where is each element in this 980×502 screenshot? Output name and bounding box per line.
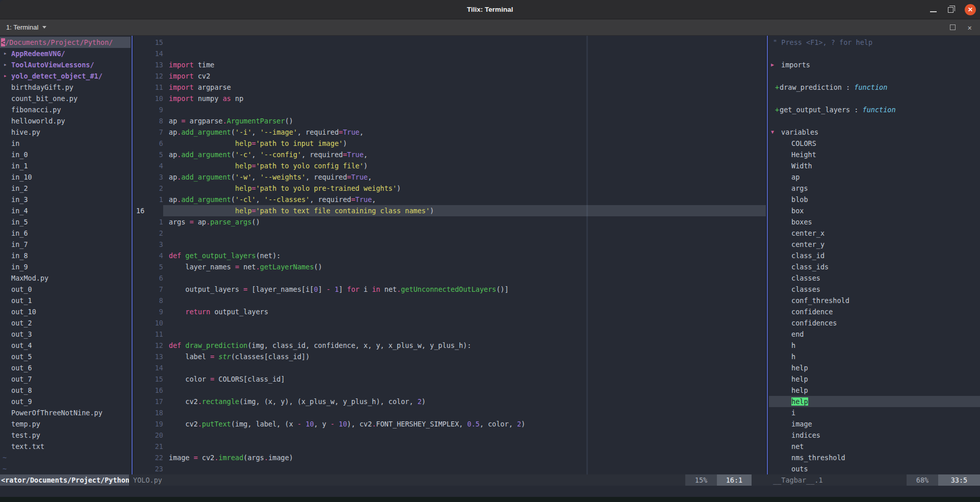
maximize-icon[interactable] (948, 7, 953, 13)
tagbar-variable-class_id[interactable]: class_id (769, 250, 980, 261)
tagbar-section-variables[interactable]: ▼variables (769, 127, 980, 138)
nerdtree-file[interactable]: in_2 (0, 183, 131, 194)
editor-line[interactable]: 2 help='path to yolo pre-trained weights… (134, 183, 766, 194)
tagbar-function-get_output_layers[interactable]: +get_output_layers : function (769, 104, 980, 115)
tagbar-variable-help[interactable]: help (769, 396, 980, 407)
tagbar-variable-h[interactable]: h (769, 340, 980, 351)
nerdtree-file[interactable]: in_1 (0, 160, 131, 171)
maximize-terminal-icon[interactable] (950, 24, 956, 30)
nerdtree-file[interactable]: in_4 (0, 205, 131, 216)
nerdtree-file[interactable]: in_9 (0, 261, 131, 272)
editor-line[interactable]: 11import argparse (134, 82, 766, 93)
nerdtree-file[interactable]: out_3 (0, 329, 131, 340)
editor-line[interactable]: 4 help='path to yolo config file') (134, 160, 766, 171)
editor-line[interactable]: 21 (134, 441, 766, 452)
editor-line[interactable]: 7 output_layers = [layer_names[i[0] - 1]… (134, 284, 766, 295)
nerdtree-file[interactable]: in_7 (0, 239, 131, 250)
editor-line[interactable]: 11 (134, 329, 766, 340)
editor-line[interactable]: 1ap.add_argument('-cl', '--classes', req… (134, 194, 766, 205)
tagbar-variable-help[interactable]: help (769, 385, 980, 396)
tagbar-variable-h[interactable]: h (769, 351, 980, 362)
tagbar-variable-confidences[interactable]: confidences (769, 317, 980, 329)
tagbar-variable-end[interactable]: end (769, 329, 980, 340)
editor-line[interactable]: 18 (134, 407, 766, 418)
tagbar-variable-i[interactable]: i (769, 407, 980, 418)
nerdtree-directory[interactable]: ▸AppRedeemVNG/ (0, 48, 131, 59)
tagbar-variable-Width[interactable]: Width (769, 160, 980, 171)
nerdtree-file[interactable]: helloworld.py (0, 115, 131, 127)
editor-line[interactable]: 20 (134, 430, 766, 441)
editor-line[interactable]: 16 (134, 385, 766, 396)
session-tab[interactable]: 1: Terminal (6, 23, 38, 31)
editor-line[interactable]: 22image = cv2.imread(args.image) (134, 452, 766, 463)
tagbar-variable-nms_threshold[interactable]: nms_threshold (769, 452, 980, 463)
tagbar-variable-classes[interactable]: classes (769, 284, 980, 295)
editor-line[interactable]: 14 (134, 48, 766, 59)
nerdtree-file[interactable]: PowerOfThreeNotNine.py (0, 407, 131, 418)
tagbar-variable-outs[interactable]: outs (769, 463, 980, 474)
tagbar-section-imports[interactable]: ▶imports (769, 59, 980, 70)
tagbar-variable-net[interactable]: net (769, 441, 980, 452)
tagbar-variable-ap[interactable]: ap (769, 171, 980, 183)
nerdtree-file[interactable]: out_4 (0, 340, 131, 351)
nerdtree-file[interactable]: out_6 (0, 362, 131, 373)
tagbar-variable-Height[interactable]: Height (769, 149, 980, 160)
tagbar-variable-image[interactable]: image (769, 418, 980, 430)
tagbar-pane[interactable]: " Press <F1>, ? for help▶imports+draw_pr… (769, 36, 980, 474)
nerdtree-root[interactable]: </Documents/Project/Python/ (0, 37, 131, 48)
chevron-down-icon[interactable] (42, 26, 46, 29)
nerdtree-file[interactable]: MaxMod.py (0, 272, 131, 284)
nerdtree-file[interactable]: out_1 (0, 295, 131, 306)
editor-line[interactable]: 23 (134, 463, 766, 474)
editor-line[interactable]: 19 cv2.putText(img, label, (x - 10, y - … (134, 418, 766, 430)
nerdtree-file[interactable]: out_5 (0, 351, 131, 362)
tagbar-variable-help[interactable]: help (769, 373, 980, 385)
editor-line[interactable]: 8 (134, 295, 766, 306)
tagbar-function-draw_prediction[interactable]: +draw_prediction : function (769, 82, 980, 93)
editor-pane[interactable]: 151413import time12import cv211import ar… (134, 36, 766, 474)
editor-line[interactable]: 9 (134, 104, 766, 115)
tagbar-variable-blob[interactable]: blob (769, 194, 980, 205)
nerdtree-file[interactable]: in_3 (0, 194, 131, 205)
tagbar-variable-center_x[interactable]: center_x (769, 228, 980, 239)
editor-line[interactable]: 1args = ap.parse_args() (134, 216, 766, 228)
editor-line[interactable]: 2 (134, 228, 766, 239)
nerdtree-file[interactable]: hive.py (0, 127, 131, 138)
editor-line[interactable]: 17 cv2.rectangle(img, (x, y), (x_plus_w,… (134, 396, 766, 407)
nerdtree-file[interactable]: text.txt (0, 441, 131, 452)
tagbar-variable-indices[interactable]: indices (769, 430, 980, 441)
editor-line[interactable]: 10import numpy as np (134, 93, 766, 104)
editor-line[interactable]: 15 color = COLORS[class_id] (134, 373, 766, 385)
editor-line[interactable]: 9 return output_layers (134, 306, 766, 317)
editor-line[interactable]: 5 layer_names = net.getLayerNames() (134, 261, 766, 272)
nerdtree-file[interactable]: out_0 (0, 284, 131, 295)
tagbar-variable-classes[interactable]: classes (769, 272, 980, 284)
editor-line[interactable]: 3 (134, 239, 766, 250)
nerdtree-file[interactable]: birthdayGift.py (0, 82, 131, 93)
editor-line[interactable]: 4def get_output_layers(net): (134, 250, 766, 261)
close-icon[interactable]: ✕ (965, 4, 976, 15)
title-bar[interactable]: Tilix: Terminal ✕ (0, 0, 980, 19)
editor-line[interactable]: 13 label = str(classes[class_id]) (134, 351, 766, 362)
editor-line[interactable]: 5ap.add_argument('-c', '--config', requi… (134, 149, 766, 160)
nerdtree-file[interactable]: in_10 (0, 171, 131, 183)
nerdtree-file[interactable]: in_0 (0, 149, 131, 160)
nerdtree-file[interactable]: out_10 (0, 306, 131, 317)
nerdtree-file[interactable]: in (0, 138, 131, 149)
editor-line[interactable]: 14 (134, 362, 766, 373)
nerdtree-pane[interactable]: </Documents/Project/Python/▸AppRedeemVNG… (0, 36, 131, 474)
nerdtree-file[interactable]: temp.py (0, 418, 131, 430)
nerdtree-file[interactable]: in_5 (0, 216, 131, 228)
tagbar-variable-conf_threshold[interactable]: conf_threshold (769, 295, 980, 306)
nerdtree-directory[interactable]: ▸ToolAutoViewLessons/ (0, 59, 131, 70)
tagbar-variable-box[interactable]: box (769, 205, 980, 216)
tagbar-variable-help[interactable]: help (769, 362, 980, 373)
editor-line[interactable]: 6 (134, 272, 766, 284)
minimize-icon[interactable] (930, 11, 937, 12)
tagbar-variable-args[interactable]: args (769, 183, 980, 194)
editor-current-line[interactable]: 16 help='path to text file containing cl… (134, 205, 766, 216)
tagbar-variable-boxes[interactable]: boxes (769, 216, 980, 228)
nerdtree-file[interactable]: out_8 (0, 385, 131, 396)
editor-line[interactable]: 3ap.add_argument('-w', '--weights', requ… (134, 171, 766, 183)
nerdtree-file[interactable]: in_8 (0, 250, 131, 261)
